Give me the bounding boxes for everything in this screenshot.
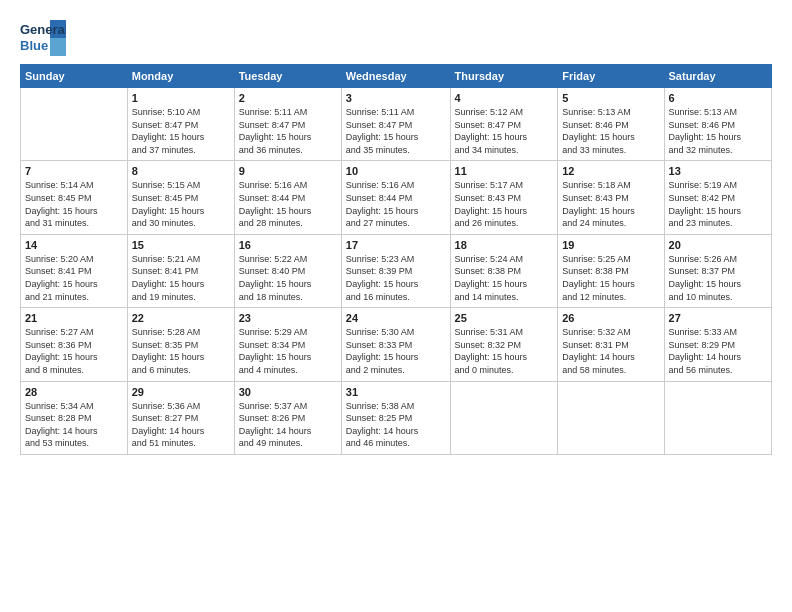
calendar-cell: 22Sunrise: 5:28 AM Sunset: 8:35 PM Dayli… — [127, 308, 234, 381]
day-number: 14 — [25, 239, 123, 251]
calendar-cell: 19Sunrise: 5:25 AM Sunset: 8:38 PM Dayli… — [558, 234, 664, 307]
day-number: 7 — [25, 165, 123, 177]
svg-text:Blue: Blue — [20, 38, 48, 53]
day-number: 15 — [132, 239, 230, 251]
day-info: Sunrise: 5:17 AM Sunset: 8:43 PM Dayligh… — [455, 179, 554, 229]
day-number: 26 — [562, 312, 659, 324]
day-header-friday: Friday — [558, 65, 664, 88]
day-number: 20 — [669, 239, 767, 251]
svg-text:General: General — [20, 22, 66, 37]
logo-svg: GeneralBlue — [20, 20, 66, 56]
day-info: Sunrise: 5:24 AM Sunset: 8:38 PM Dayligh… — [455, 253, 554, 303]
calendar-cell: 10Sunrise: 5:16 AM Sunset: 8:44 PM Dayli… — [341, 161, 450, 234]
day-info: Sunrise: 5:16 AM Sunset: 8:44 PM Dayligh… — [346, 179, 446, 229]
day-info: Sunrise: 5:20 AM Sunset: 8:41 PM Dayligh… — [25, 253, 123, 303]
day-info: Sunrise: 5:29 AM Sunset: 8:34 PM Dayligh… — [239, 326, 337, 376]
calendar-cell: 23Sunrise: 5:29 AM Sunset: 8:34 PM Dayli… — [234, 308, 341, 381]
day-info: Sunrise: 5:23 AM Sunset: 8:39 PM Dayligh… — [346, 253, 446, 303]
calendar-cell: 9Sunrise: 5:16 AM Sunset: 8:44 PM Daylig… — [234, 161, 341, 234]
day-info: Sunrise: 5:10 AM Sunset: 8:47 PM Dayligh… — [132, 106, 230, 156]
day-number: 16 — [239, 239, 337, 251]
week-row-4: 21Sunrise: 5:27 AM Sunset: 8:36 PM Dayli… — [21, 308, 772, 381]
day-info: Sunrise: 5:33 AM Sunset: 8:29 PM Dayligh… — [669, 326, 767, 376]
calendar-cell: 18Sunrise: 5:24 AM Sunset: 8:38 PM Dayli… — [450, 234, 558, 307]
day-number: 2 — [239, 92, 337, 104]
day-number: 22 — [132, 312, 230, 324]
calendar-cell: 13Sunrise: 5:19 AM Sunset: 8:42 PM Dayli… — [664, 161, 771, 234]
week-row-3: 14Sunrise: 5:20 AM Sunset: 8:41 PM Dayli… — [21, 234, 772, 307]
day-info: Sunrise: 5:22 AM Sunset: 8:40 PM Dayligh… — [239, 253, 337, 303]
day-number: 30 — [239, 386, 337, 398]
svg-marker-1 — [50, 38, 66, 56]
day-number: 11 — [455, 165, 554, 177]
calendar-cell: 7Sunrise: 5:14 AM Sunset: 8:45 PM Daylig… — [21, 161, 128, 234]
day-number: 13 — [669, 165, 767, 177]
day-info: Sunrise: 5:13 AM Sunset: 8:46 PM Dayligh… — [562, 106, 659, 156]
day-number: 23 — [239, 312, 337, 324]
day-info: Sunrise: 5:21 AM Sunset: 8:41 PM Dayligh… — [132, 253, 230, 303]
day-header-monday: Monday — [127, 65, 234, 88]
day-header-thursday: Thursday — [450, 65, 558, 88]
day-info: Sunrise: 5:18 AM Sunset: 8:43 PM Dayligh… — [562, 179, 659, 229]
day-number: 21 — [25, 312, 123, 324]
day-number: 4 — [455, 92, 554, 104]
page: GeneralBlue SundayMondayTuesdayWednesday… — [0, 0, 792, 612]
week-row-5: 28Sunrise: 5:34 AM Sunset: 8:28 PM Dayli… — [21, 381, 772, 454]
day-info: Sunrise: 5:26 AM Sunset: 8:37 PM Dayligh… — [669, 253, 767, 303]
day-header-tuesday: Tuesday — [234, 65, 341, 88]
day-number: 25 — [455, 312, 554, 324]
day-number: 24 — [346, 312, 446, 324]
day-info: Sunrise: 5:15 AM Sunset: 8:45 PM Dayligh… — [132, 179, 230, 229]
day-info: Sunrise: 5:36 AM Sunset: 8:27 PM Dayligh… — [132, 400, 230, 450]
calendar-cell: 11Sunrise: 5:17 AM Sunset: 8:43 PM Dayli… — [450, 161, 558, 234]
calendar-cell: 31Sunrise: 5:38 AM Sunset: 8:25 PM Dayli… — [341, 381, 450, 454]
day-info: Sunrise: 5:38 AM Sunset: 8:25 PM Dayligh… — [346, 400, 446, 450]
day-info: Sunrise: 5:11 AM Sunset: 8:47 PM Dayligh… — [239, 106, 337, 156]
calendar-cell: 8Sunrise: 5:15 AM Sunset: 8:45 PM Daylig… — [127, 161, 234, 234]
calendar-body: 1Sunrise: 5:10 AM Sunset: 8:47 PM Daylig… — [21, 88, 772, 455]
calendar-cell: 5Sunrise: 5:13 AM Sunset: 8:46 PM Daylig… — [558, 88, 664, 161]
day-number: 18 — [455, 239, 554, 251]
calendar-cell: 6Sunrise: 5:13 AM Sunset: 8:46 PM Daylig… — [664, 88, 771, 161]
day-number: 3 — [346, 92, 446, 104]
day-info: Sunrise: 5:37 AM Sunset: 8:26 PM Dayligh… — [239, 400, 337, 450]
header-row: SundayMondayTuesdayWednesdayThursdayFrid… — [21, 65, 772, 88]
calendar-cell: 30Sunrise: 5:37 AM Sunset: 8:26 PM Dayli… — [234, 381, 341, 454]
day-number: 29 — [132, 386, 230, 398]
day-number: 17 — [346, 239, 446, 251]
calendar-cell — [21, 88, 128, 161]
week-row-1: 1Sunrise: 5:10 AM Sunset: 8:47 PM Daylig… — [21, 88, 772, 161]
calendar-cell: 28Sunrise: 5:34 AM Sunset: 8:28 PM Dayli… — [21, 381, 128, 454]
calendar-cell — [558, 381, 664, 454]
header: GeneralBlue — [20, 16, 772, 56]
day-number: 9 — [239, 165, 337, 177]
calendar-cell: 3Sunrise: 5:11 AM Sunset: 8:47 PM Daylig… — [341, 88, 450, 161]
calendar-cell: 29Sunrise: 5:36 AM Sunset: 8:27 PM Dayli… — [127, 381, 234, 454]
day-info: Sunrise: 5:12 AM Sunset: 8:47 PM Dayligh… — [455, 106, 554, 156]
calendar-cell: 14Sunrise: 5:20 AM Sunset: 8:41 PM Dayli… — [21, 234, 128, 307]
week-row-2: 7Sunrise: 5:14 AM Sunset: 8:45 PM Daylig… — [21, 161, 772, 234]
calendar-cell: 2Sunrise: 5:11 AM Sunset: 8:47 PM Daylig… — [234, 88, 341, 161]
calendar-cell: 25Sunrise: 5:31 AM Sunset: 8:32 PM Dayli… — [450, 308, 558, 381]
calendar-cell: 26Sunrise: 5:32 AM Sunset: 8:31 PM Dayli… — [558, 308, 664, 381]
calendar-cell: 15Sunrise: 5:21 AM Sunset: 8:41 PM Dayli… — [127, 234, 234, 307]
calendar-cell: 17Sunrise: 5:23 AM Sunset: 8:39 PM Dayli… — [341, 234, 450, 307]
day-number: 1 — [132, 92, 230, 104]
calendar-header: SundayMondayTuesdayWednesdayThursdayFrid… — [21, 65, 772, 88]
day-info: Sunrise: 5:16 AM Sunset: 8:44 PM Dayligh… — [239, 179, 337, 229]
day-info: Sunrise: 5:30 AM Sunset: 8:33 PM Dayligh… — [346, 326, 446, 376]
calendar-cell: 12Sunrise: 5:18 AM Sunset: 8:43 PM Dayli… — [558, 161, 664, 234]
calendar-cell: 21Sunrise: 5:27 AM Sunset: 8:36 PM Dayli… — [21, 308, 128, 381]
day-info: Sunrise: 5:14 AM Sunset: 8:45 PM Dayligh… — [25, 179, 123, 229]
day-info: Sunrise: 5:25 AM Sunset: 8:38 PM Dayligh… — [562, 253, 659, 303]
day-header-sunday: Sunday — [21, 65, 128, 88]
day-number: 31 — [346, 386, 446, 398]
day-info: Sunrise: 5:34 AM Sunset: 8:28 PM Dayligh… — [25, 400, 123, 450]
calendar-cell: 20Sunrise: 5:26 AM Sunset: 8:37 PM Dayli… — [664, 234, 771, 307]
calendar-table: SundayMondayTuesdayWednesdayThursdayFrid… — [20, 64, 772, 455]
calendar-cell — [664, 381, 771, 454]
calendar-cell: 1Sunrise: 5:10 AM Sunset: 8:47 PM Daylig… — [127, 88, 234, 161]
day-number: 12 — [562, 165, 659, 177]
day-info: Sunrise: 5:31 AM Sunset: 8:32 PM Dayligh… — [455, 326, 554, 376]
calendar-cell: 27Sunrise: 5:33 AM Sunset: 8:29 PM Dayli… — [664, 308, 771, 381]
